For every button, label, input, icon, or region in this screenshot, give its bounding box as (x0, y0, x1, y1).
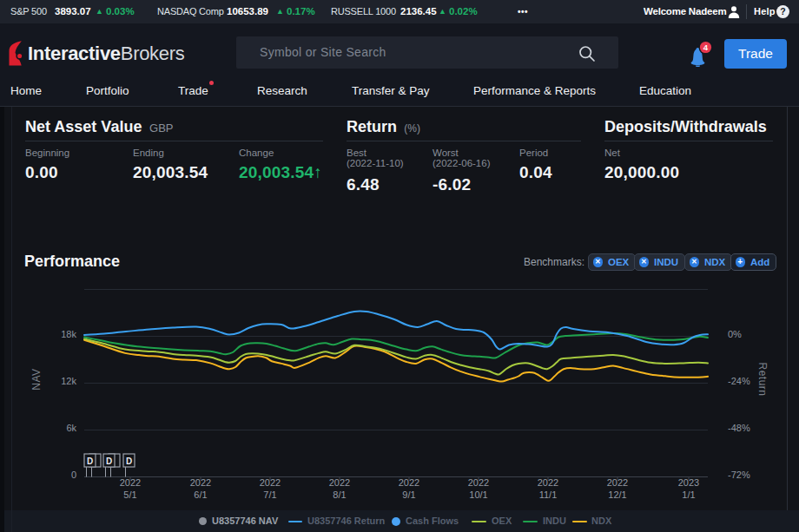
svg-text:2022: 2022 (260, 477, 281, 488)
svg-text:2022: 2022 (329, 477, 350, 488)
svg-text:Return: Return (756, 362, 769, 396)
svg-text:2022: 2022 (399, 477, 419, 488)
svg-text:?: ? (780, 6, 785, 16)
svg-text:0%: 0% (728, 329, 742, 339)
svg-text:1/1: 1/1 (682, 489, 695, 500)
svg-text:-24%: -24% (728, 376, 750, 386)
svg-text:2022: 2022 (538, 477, 558, 488)
svg-text:10/1: 10/1 (469, 489, 487, 500)
svg-text:2022: 2022 (120, 477, 141, 488)
svg-text:D: D (106, 456, 112, 466)
svg-text:-72%: -72% (728, 470, 750, 480)
svg-text:2022: 2022 (468, 477, 489, 488)
svg-text:9/1: 9/1 (402, 489, 415, 500)
svg-text:0: 0 (71, 470, 76, 480)
svg-text:2023: 2023 (678, 477, 699, 488)
svg-text:5/1: 5/1 (123, 489, 136, 500)
svg-text:D: D (87, 456, 93, 466)
svg-text:-48%: -48% (728, 423, 750, 433)
svg-text:6/1: 6/1 (194, 489, 207, 500)
svg-text:2022: 2022 (190, 477, 211, 488)
svg-text:18k: 18k (61, 329, 76, 339)
svg-text:6k: 6k (66, 423, 76, 433)
svg-text:2022: 2022 (607, 477, 628, 488)
svg-text:11/1: 11/1 (539, 489, 558, 500)
svg-text:NAV: NAV (30, 368, 43, 390)
svg-text:4: 4 (703, 43, 709, 52)
svg-text:7/1: 7/1 (263, 489, 276, 500)
svg-text:12k: 12k (61, 376, 76, 386)
svg-text:12/1: 12/1 (608, 489, 626, 500)
svg-text:D: D (126, 456, 132, 466)
svg-text:8/1: 8/1 (333, 489, 346, 500)
